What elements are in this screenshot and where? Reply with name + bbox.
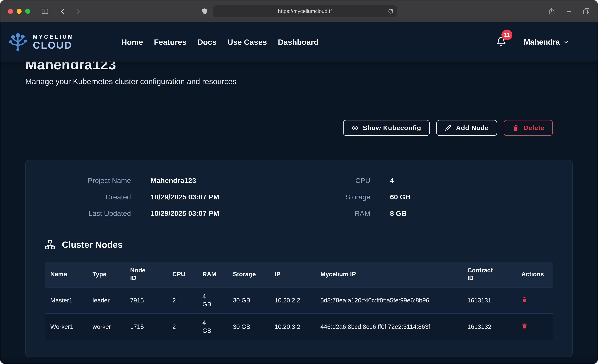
cell-contract-id: 1613131 (462, 287, 516, 314)
notifications-button[interactable]: 11 (496, 36, 507, 48)
cell-ram: 4 GB (197, 287, 227, 314)
pencil-icon (445, 124, 452, 131)
col-actions: Actions (516, 262, 553, 287)
nav-item-dashboard[interactable]: Dashboard (278, 38, 319, 47)
delete-node-button[interactable] (521, 323, 528, 330)
new-tab-icon[interactable] (565, 8, 573, 15)
user-name: Mahendra (524, 38, 560, 46)
cell-ip: 10.20.2.2 (269, 287, 315, 314)
browser-window: https://myceliumcloud.tf (0, 0, 598, 364)
table-row: Master1 leader 7915 2 4 GB 30 GB 10.20.2… (45, 287, 553, 314)
show-kubeconfig-label: Show Kubeconfig (363, 124, 421, 132)
table-row: Worker1 worker 1715 2 4 GB 30 GB 10.20.3… (45, 314, 553, 340)
back-button[interactable] (59, 8, 67, 15)
detail-row-created: Created 10/29/2025 03:07 PM (45, 193, 299, 201)
cell-node-id: 1715 (125, 314, 167, 340)
url-field[interactable]: https://myceliumcloud.tf (213, 5, 397, 17)
detail-row-ram: RAM 8 GB (299, 209, 554, 217)
detail-label: CPU (299, 176, 370, 185)
delete-node-button[interactable] (521, 296, 528, 303)
detail-label: Storage (299, 193, 370, 201)
cell-cpu: 2 (167, 287, 197, 314)
col-name: Name (45, 262, 87, 287)
brand-line-mycelium: MYCELIUM (33, 34, 74, 40)
cell-storage: 30 GB (227, 314, 269, 340)
detail-row-storage: Storage 60 GB (299, 193, 554, 201)
detail-label: Project Name (45, 176, 131, 185)
col-storage: Storage (227, 262, 269, 287)
detail-value: 10/29/2025 03:07 PM (150, 193, 219, 201)
traffic-lights (8, 9, 30, 14)
detail-row-last-updated: Last Updated 10/29/2025 03:07 PM (45, 209, 299, 217)
cell-actions (516, 314, 553, 340)
show-kubeconfig-button[interactable]: Show Kubeconfig (343, 120, 430, 136)
cluster-details: Project Name Mahendra123 Created 10/29/2… (45, 176, 553, 217)
detail-label: RAM (299, 209, 370, 217)
nav-links: Home Features Docs Use Cases Dashboard (121, 38, 319, 47)
tabs-overview-icon[interactable] (582, 8, 590, 15)
url-text: https://myceliumcloud.tf (278, 8, 332, 14)
cell-mycelium-ip: 446:d2a6:8bcd:8c16:ff0f:72e2:3114:863f (315, 314, 462, 340)
nav-item-home[interactable]: Home (121, 38, 143, 47)
add-node-button[interactable]: Add Node (436, 120, 497, 136)
cluster-details-card: Project Name Mahendra123 Created 10/29/2… (25, 160, 573, 357)
trash-icon (521, 323, 528, 329)
page-title: Mahendra123 (25, 62, 573, 71)
chrome-right-icons (548, 8, 590, 15)
cell-type: worker (87, 314, 125, 340)
cluster-nodes-heading: Cluster Nodes (62, 240, 123, 250)
cell-name: Worker1 (45, 314, 87, 340)
minimize-window-button[interactable] (17, 9, 22, 14)
cell-type: leader (87, 287, 125, 314)
col-ip: IP (269, 262, 315, 287)
page-footer (0, 357, 598, 364)
delete-cluster-button[interactable]: Delete (504, 120, 553, 136)
share-icon[interactable] (548, 8, 556, 15)
page-content: Mahendra123 Manage your Kubernetes clust… (0, 62, 598, 357)
nav-item-docs[interactable]: Docs (198, 38, 216, 47)
detail-value: Mahendra123 (150, 176, 196, 185)
col-cpu: CPU (167, 262, 197, 287)
cluster-nodes-header: Cluster Nodes (45, 239, 553, 250)
delete-label: Delete (523, 124, 544, 132)
mycelium-logo-icon (7, 32, 29, 52)
detail-value: 60 GB (390, 193, 411, 201)
cell-name: Master1 (45, 287, 87, 314)
col-contract-id: Contract ID (462, 262, 516, 287)
trash-icon (521, 296, 528, 303)
cluster-actions-toolbar: Show Kubeconfig Add Node Delete (25, 120, 573, 136)
detail-label: Created (45, 193, 131, 201)
cell-actions (516, 287, 553, 314)
page-subtitle: Manage your Kubernetes cluster configura… (25, 77, 573, 86)
close-window-button[interactable] (8, 9, 13, 14)
col-node-id: Node ID (125, 262, 167, 287)
cell-ip: 10.20.3.2 (269, 314, 315, 340)
cell-storage: 30 GB (227, 287, 269, 314)
nav-item-features[interactable]: Features (154, 38, 187, 47)
detail-value: 10/29/2025 03:07 PM (150, 209, 219, 217)
user-menu[interactable]: Mahendra (524, 38, 569, 46)
zoom-window-button[interactable] (25, 9, 30, 14)
brand-logo[interactable]: MYCELIUM CLOUD (7, 32, 74, 52)
top-navigation: MYCELIUM CLOUD Home Features Docs Use Ca… (0, 22, 598, 62)
detail-value: 8 GB (390, 209, 407, 217)
detail-row-project-name: Project Name Mahendra123 (45, 176, 299, 185)
nav-right: 11 Mahendra (496, 36, 569, 48)
col-type: Type (87, 262, 125, 287)
nav-item-use-cases[interactable]: Use Cases (227, 38, 267, 47)
brand-name: MYCELIUM CLOUD (33, 34, 74, 50)
brand-line-cloud: CLOUD (33, 40, 74, 50)
address-bar-group: https://myceliumcloud.tf (201, 5, 397, 17)
browser-chrome: https://myceliumcloud.tf (0, 0, 598, 22)
eye-icon (351, 124, 358, 131)
col-ram: RAM (197, 262, 227, 287)
trash-icon (512, 124, 519, 131)
reload-icon[interactable] (388, 8, 394, 14)
nodes-table: Name Type Node ID CPU RAM Storage IP Myc… (45, 262, 553, 340)
forward-button[interactable] (74, 8, 82, 15)
cell-contract-id: 1613132 (462, 314, 516, 340)
sidebar-toggle-icon[interactable] (41, 8, 49, 15)
privacy-shield-icon[interactable] (201, 8, 208, 15)
detail-row-cpu: CPU 4 (299, 176, 554, 185)
cell-cpu: 2 (167, 314, 197, 340)
